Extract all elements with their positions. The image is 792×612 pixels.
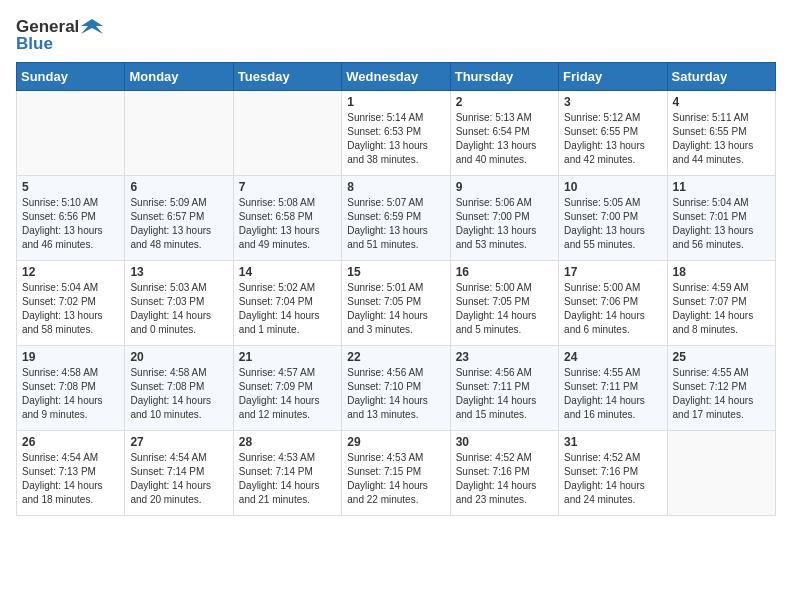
day-info: Sunrise: 5:14 AM Sunset: 6:53 PM Dayligh… [347,111,444,167]
day-number: 25 [673,350,770,364]
calendar-cell: 22Sunrise: 4:56 AM Sunset: 7:10 PM Dayli… [342,346,450,431]
calendar-cell: 7Sunrise: 5:08 AM Sunset: 6:58 PM Daylig… [233,176,341,261]
day-info: Sunrise: 4:58 AM Sunset: 7:08 PM Dayligh… [22,366,119,422]
day-info: Sunrise: 4:54 AM Sunset: 7:14 PM Dayligh… [130,451,227,507]
day-number: 2 [456,95,553,109]
day-number: 19 [22,350,119,364]
calendar-cell: 18Sunrise: 4:59 AM Sunset: 7:07 PM Dayli… [667,261,775,346]
calendar-cell: 10Sunrise: 5:05 AM Sunset: 7:00 PM Dayli… [559,176,667,261]
calendar-week-row: 26Sunrise: 4:54 AM Sunset: 7:13 PM Dayli… [17,431,776,516]
day-info: Sunrise: 4:53 AM Sunset: 7:15 PM Dayligh… [347,451,444,507]
day-info: Sunrise: 4:52 AM Sunset: 7:16 PM Dayligh… [564,451,661,507]
day-number: 8 [347,180,444,194]
calendar-cell: 20Sunrise: 4:58 AM Sunset: 7:08 PM Dayli… [125,346,233,431]
day-number: 29 [347,435,444,449]
day-number: 24 [564,350,661,364]
calendar-cell [17,91,125,176]
svg-marker-0 [81,19,103,34]
day-number: 30 [456,435,553,449]
calendar-cell: 4Sunrise: 5:11 AM Sunset: 6:55 PM Daylig… [667,91,775,176]
day-number: 11 [673,180,770,194]
calendar-week-row: 5Sunrise: 5:10 AM Sunset: 6:56 PM Daylig… [17,176,776,261]
day-info: Sunrise: 4:55 AM Sunset: 7:12 PM Dayligh… [673,366,770,422]
calendar-week-row: 1Sunrise: 5:14 AM Sunset: 6:53 PM Daylig… [17,91,776,176]
calendar-cell: 1Sunrise: 5:14 AM Sunset: 6:53 PM Daylig… [342,91,450,176]
day-info: Sunrise: 4:57 AM Sunset: 7:09 PM Dayligh… [239,366,336,422]
calendar-cell: 21Sunrise: 4:57 AM Sunset: 7:09 PM Dayli… [233,346,341,431]
logo-blue-text: Blue [16,34,53,54]
day-info: Sunrise: 4:54 AM Sunset: 7:13 PM Dayligh… [22,451,119,507]
day-number: 23 [456,350,553,364]
day-number: 13 [130,265,227,279]
day-number: 18 [673,265,770,279]
day-info: Sunrise: 4:58 AM Sunset: 7:08 PM Dayligh… [130,366,227,422]
calendar-cell: 17Sunrise: 5:00 AM Sunset: 7:06 PM Dayli… [559,261,667,346]
day-number: 22 [347,350,444,364]
header: General Blue [16,16,776,54]
calendar-cell: 9Sunrise: 5:06 AM Sunset: 7:00 PM Daylig… [450,176,558,261]
calendar-cell [233,91,341,176]
calendar-cell: 12Sunrise: 5:04 AM Sunset: 7:02 PM Dayli… [17,261,125,346]
calendar-cell: 16Sunrise: 5:00 AM Sunset: 7:05 PM Dayli… [450,261,558,346]
day-number: 31 [564,435,661,449]
day-info: Sunrise: 5:11 AM Sunset: 6:55 PM Dayligh… [673,111,770,167]
calendar-cell: 23Sunrise: 4:56 AM Sunset: 7:11 PM Dayli… [450,346,558,431]
day-info: Sunrise: 5:13 AM Sunset: 6:54 PM Dayligh… [456,111,553,167]
day-number: 27 [130,435,227,449]
day-number: 6 [130,180,227,194]
day-info: Sunrise: 4:53 AM Sunset: 7:14 PM Dayligh… [239,451,336,507]
day-number: 9 [456,180,553,194]
calendar-cell: 13Sunrise: 5:03 AM Sunset: 7:03 PM Dayli… [125,261,233,346]
day-info: Sunrise: 5:02 AM Sunset: 7:04 PM Dayligh… [239,281,336,337]
day-number: 26 [22,435,119,449]
day-number: 5 [22,180,119,194]
calendar-cell: 26Sunrise: 4:54 AM Sunset: 7:13 PM Dayli… [17,431,125,516]
day-info: Sunrise: 5:04 AM Sunset: 7:01 PM Dayligh… [673,196,770,252]
calendar-cell [125,91,233,176]
day-number: 1 [347,95,444,109]
day-number: 28 [239,435,336,449]
calendar-cell: 30Sunrise: 4:52 AM Sunset: 7:16 PM Dayli… [450,431,558,516]
day-number: 4 [673,95,770,109]
day-header-tuesday: Tuesday [233,63,341,91]
calendar-cell: 25Sunrise: 4:55 AM Sunset: 7:12 PM Dayli… [667,346,775,431]
day-header-saturday: Saturday [667,63,775,91]
day-info: Sunrise: 5:07 AM Sunset: 6:59 PM Dayligh… [347,196,444,252]
day-header-wednesday: Wednesday [342,63,450,91]
day-header-sunday: Sunday [17,63,125,91]
day-info: Sunrise: 5:06 AM Sunset: 7:00 PM Dayligh… [456,196,553,252]
day-info: Sunrise: 5:01 AM Sunset: 7:05 PM Dayligh… [347,281,444,337]
calendar-cell: 29Sunrise: 4:53 AM Sunset: 7:15 PM Dayli… [342,431,450,516]
day-info: Sunrise: 5:00 AM Sunset: 7:06 PM Dayligh… [564,281,661,337]
day-info: Sunrise: 5:12 AM Sunset: 6:55 PM Dayligh… [564,111,661,167]
calendar-table: SundayMondayTuesdayWednesdayThursdayFrid… [16,62,776,516]
day-number: 12 [22,265,119,279]
calendar-cell: 3Sunrise: 5:12 AM Sunset: 6:55 PM Daylig… [559,91,667,176]
calendar-cell: 14Sunrise: 5:02 AM Sunset: 7:04 PM Dayli… [233,261,341,346]
calendar-cell: 28Sunrise: 4:53 AM Sunset: 7:14 PM Dayli… [233,431,341,516]
day-info: Sunrise: 5:09 AM Sunset: 6:57 PM Dayligh… [130,196,227,252]
calendar-cell: 6Sunrise: 5:09 AM Sunset: 6:57 PM Daylig… [125,176,233,261]
calendar-cell: 31Sunrise: 4:52 AM Sunset: 7:16 PM Dayli… [559,431,667,516]
day-info: Sunrise: 5:08 AM Sunset: 6:58 PM Dayligh… [239,196,336,252]
calendar-cell [667,431,775,516]
day-number: 3 [564,95,661,109]
calendar-cell: 8Sunrise: 5:07 AM Sunset: 6:59 PM Daylig… [342,176,450,261]
day-info: Sunrise: 4:59 AM Sunset: 7:07 PM Dayligh… [673,281,770,337]
day-info: Sunrise: 5:05 AM Sunset: 7:00 PM Dayligh… [564,196,661,252]
logo-bird-icon [81,16,103,38]
calendar-cell: 15Sunrise: 5:01 AM Sunset: 7:05 PM Dayli… [342,261,450,346]
day-header-friday: Friday [559,63,667,91]
day-number: 20 [130,350,227,364]
calendar-cell: 5Sunrise: 5:10 AM Sunset: 6:56 PM Daylig… [17,176,125,261]
day-number: 16 [456,265,553,279]
day-info: Sunrise: 4:56 AM Sunset: 7:10 PM Dayligh… [347,366,444,422]
day-info: Sunrise: 5:00 AM Sunset: 7:05 PM Dayligh… [456,281,553,337]
day-header-thursday: Thursday [450,63,558,91]
day-number: 15 [347,265,444,279]
calendar-cell: 11Sunrise: 5:04 AM Sunset: 7:01 PM Dayli… [667,176,775,261]
day-info: Sunrise: 4:52 AM Sunset: 7:16 PM Dayligh… [456,451,553,507]
calendar-cell: 19Sunrise: 4:58 AM Sunset: 7:08 PM Dayli… [17,346,125,431]
calendar-cell: 27Sunrise: 4:54 AM Sunset: 7:14 PM Dayli… [125,431,233,516]
day-info: Sunrise: 5:04 AM Sunset: 7:02 PM Dayligh… [22,281,119,337]
